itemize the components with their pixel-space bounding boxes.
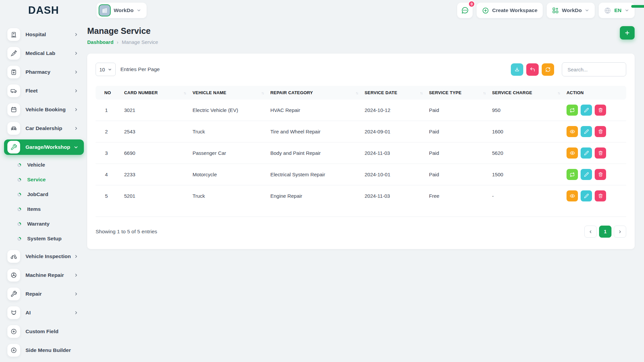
pagination-next-button[interactable] xyxy=(614,226,626,238)
sort-icon[interactable]: ↑↓ xyxy=(557,91,560,95)
edit-button[interactable] xyxy=(581,190,592,201)
chevron-right-icon xyxy=(74,51,78,56)
create-workspace-label: Create Workspace xyxy=(492,7,537,13)
repeat-button[interactable] xyxy=(567,105,578,116)
delete-button[interactable] xyxy=(595,147,606,159)
page-header: Manage Service Dashboard › Manage Servic… xyxy=(87,26,635,45)
pagination-prev-button[interactable] xyxy=(584,226,597,238)
sidebar-item-medical-lab[interactable]: Medical Lab xyxy=(4,46,84,61)
edit-button[interactable] xyxy=(581,169,592,180)
header-action: ACTION xyxy=(563,86,626,100)
delete-button[interactable] xyxy=(595,169,606,180)
sort-icon[interactable]: ↑↓ xyxy=(420,91,422,95)
header-service-date[interactable]: ↑↓SERVICE DATE xyxy=(361,86,426,100)
cell-service-date: 2024-10-12 xyxy=(361,100,426,121)
sidebar-subitem-system-setup[interactable]: System Setup xyxy=(3,232,84,245)
cell-service-date: 2024-10-01 xyxy=(361,164,426,185)
sidebar-item-machine-repair[interactable]: Machine Repair xyxy=(4,267,84,283)
header-vehicle-name[interactable]: ↑↓VEHICLE NAME xyxy=(189,86,267,100)
cell-repair-category: Electrical System Repair xyxy=(267,164,361,185)
download-icon xyxy=(514,67,520,72)
table-row: 13021Electric Vehicle (EV)HVAC Repair202… xyxy=(96,100,626,121)
showing-entries-text: Showing 1 to 5 of 5 entries xyxy=(96,229,157,235)
sort-icon[interactable]: ↑↓ xyxy=(483,91,485,95)
sidebar-subitem-jobcard[interactable]: JobCard xyxy=(3,188,84,201)
sidebar-item-car-dealership[interactable]: Car Dealership xyxy=(4,121,84,136)
cell-service-charge: 950 xyxy=(489,100,563,121)
view-button[interactable] xyxy=(567,126,578,137)
create-workspace-button[interactable]: Create Workspace xyxy=(477,3,543,18)
language-selector[interactable]: EN xyxy=(599,3,635,18)
undo-button[interactable] xyxy=(526,63,539,76)
sort-icon[interactable]: ↑↓ xyxy=(261,91,264,95)
sidebar-item-garage-workshop[interactable]: Garage/Workshop xyxy=(4,139,84,155)
calendar-icon xyxy=(7,103,20,116)
cell-card-number: 5201 xyxy=(121,185,189,207)
edit-icon xyxy=(584,172,589,177)
breadcrumb-dashboard-link[interactable]: Dashboard xyxy=(87,39,113,45)
sidebar-subitem-service[interactable]: Service xyxy=(3,173,84,186)
sidebar-item-repair[interactable]: Repair xyxy=(4,286,84,302)
plus-icon xyxy=(624,30,630,36)
cell-service-charge: 1500 xyxy=(489,164,563,185)
sidebar-item-ai[interactable]: AI xyxy=(4,305,84,320)
header-repair-category[interactable]: ↑↓REPAIR CATEGORY xyxy=(267,86,361,100)
sidebar-item-label: Repair xyxy=(25,291,42,297)
sort-icon[interactable]: ↑↓ xyxy=(356,91,358,95)
edit-button[interactable] xyxy=(581,126,592,137)
chat-button[interactable]: 0 xyxy=(457,3,473,18)
sidebar-item-vehicle-inspection[interactable]: Vehicle Inspection xyxy=(4,249,84,264)
cell-vehicle-name: Electric Vehicle (EV) xyxy=(189,100,267,121)
table-row: 42233MotorcycleElectrical System Repair2… xyxy=(96,164,626,185)
delete-button[interactable] xyxy=(595,190,606,201)
delete-button[interactable] xyxy=(595,126,606,137)
delete-button[interactable] xyxy=(595,105,606,116)
sidebar-subitem-items[interactable]: Items xyxy=(3,202,84,216)
export-download-button[interactable] xyxy=(511,63,523,76)
header-service-type[interactable]: ↑↓SERVICE TYPE xyxy=(426,86,489,100)
sidebar-subitem-warranty[interactable]: Warranty xyxy=(3,217,84,231)
bullet-icon xyxy=(17,237,21,241)
undo-icon xyxy=(530,67,535,72)
sidebar-item-side-menu-builder[interactable]: Side Menu Builder xyxy=(4,343,84,358)
cell-vehicle-name: Truck xyxy=(189,185,267,207)
chevron-right-icon xyxy=(74,88,78,93)
sidebar-subitem-label: Warranty xyxy=(27,221,50,227)
table-row: 36690Passenger CarBody and Paint Repair2… xyxy=(96,142,626,164)
delete-icon xyxy=(598,108,603,113)
add-service-button[interactable] xyxy=(620,26,635,40)
chevron-down-icon xyxy=(625,8,629,13)
edit-icon xyxy=(584,193,589,198)
repeat-button[interactable] xyxy=(567,169,578,180)
cell-card-number: 2233 xyxy=(121,164,189,185)
row-actions xyxy=(567,147,623,159)
sidebar-item-label: Machine Repair xyxy=(25,272,64,278)
sidebar-item-vehicle-booking[interactable]: Vehicle Booking xyxy=(4,102,84,117)
sort-icon[interactable]: ↑↓ xyxy=(183,91,186,95)
edit-button[interactable] xyxy=(581,105,592,116)
repeat-icon xyxy=(570,172,575,177)
workspace-selector[interactable]: WorkDo xyxy=(97,3,147,18)
row-actions xyxy=(567,190,623,201)
table-toolbar: 10 Entries Per Page xyxy=(96,62,626,76)
header-card-number[interactable]: ↑↓CARD NUMBER xyxy=(121,86,189,100)
sidebar-item-custom-field[interactable]: Custom Field xyxy=(4,324,84,339)
sidebar-item-label: Vehicle Booking xyxy=(25,107,66,113)
pagination-page-1-button[interactable]: 1 xyxy=(599,226,611,238)
cell-no: 2 xyxy=(96,121,121,142)
sidebar-item-hospital[interactable]: Hospital xyxy=(4,27,84,42)
edit-button[interactable] xyxy=(581,147,592,159)
search-input[interactable] xyxy=(562,62,626,76)
view-button[interactable] xyxy=(567,147,578,159)
table-body: 13021Electric Vehicle (EV)HVAC Repair202… xyxy=(96,100,626,206)
sidebar-subitem-vehicle[interactable]: Vehicle xyxy=(3,158,84,172)
sidebar-item-pharmacy[interactable]: Pharmacy xyxy=(4,64,84,80)
sidebar-item-fleet[interactable]: Fleet xyxy=(4,83,84,99)
header-service-charge[interactable]: ↑↓SERVICE CHARGE xyxy=(489,86,563,100)
entries-per-page-select[interactable]: 10 xyxy=(96,63,116,76)
refresh-button[interactable] xyxy=(542,63,554,76)
car-icon xyxy=(7,122,20,135)
workdo-menu-button[interactable]: WorkDo xyxy=(547,3,595,18)
logo[interactable]: DASH xyxy=(0,4,87,16)
view-button[interactable] xyxy=(567,190,578,201)
